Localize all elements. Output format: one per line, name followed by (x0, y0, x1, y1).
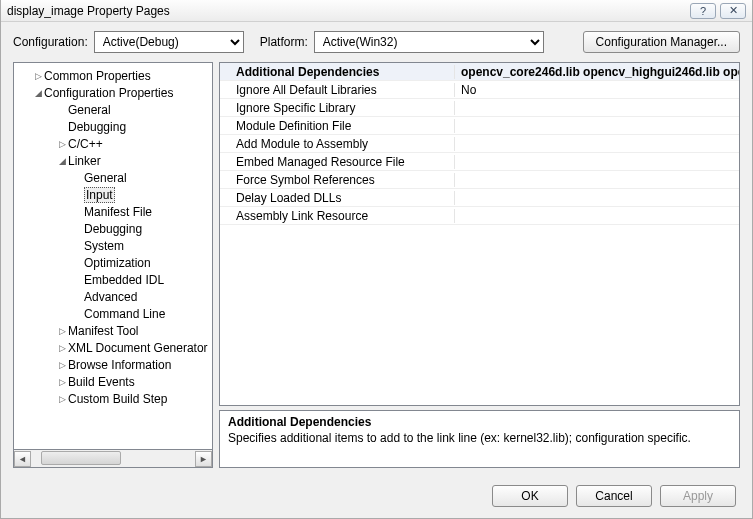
tree-item[interactable]: General (14, 101, 212, 118)
property-value[interactable]: opencv_core246d.lib opencv_highgui246d.l… (455, 65, 739, 79)
tree-item-label: Command Line (84, 307, 165, 321)
property-row[interactable]: Force Symbol References (220, 171, 739, 189)
apply-button[interactable]: Apply (660, 485, 736, 507)
expand-icon[interactable]: ▷ (56, 377, 68, 387)
description-panel: Additional Dependencies Specifies additi… (219, 410, 740, 468)
property-value[interactable]: No (455, 83, 739, 97)
property-grid[interactable]: Additional Dependenciesopencv_core246d.l… (219, 62, 740, 406)
expand-icon[interactable]: ◢ (56, 156, 68, 166)
tree-item[interactable]: ▷C/C++ (14, 135, 212, 152)
window-title: display_image Property Pages (7, 4, 170, 18)
scroll-track[interactable] (31, 451, 195, 467)
tree-item-label: Browse Information (68, 358, 171, 372)
property-row[interactable]: Ignore Specific Library (220, 99, 739, 117)
property-row[interactable]: Ignore All Default LibrariesNo (220, 81, 739, 99)
tree-item-label: Optimization (84, 256, 151, 270)
tree-item-label: Advanced (84, 290, 137, 304)
tree-item[interactable]: General (14, 169, 212, 186)
tree-hscrollbar[interactable]: ◄ ► (13, 450, 213, 468)
scroll-left-button[interactable]: ◄ (14, 451, 31, 467)
titlebar: display_image Property Pages ? ✕ (1, 0, 752, 22)
tree-item[interactable]: ▷Build Events (14, 373, 212, 390)
description-title: Additional Dependencies (228, 415, 731, 429)
tree-item[interactable]: Debugging (14, 220, 212, 237)
tree-item-label: Manifest File (84, 205, 152, 219)
tree-item[interactable]: ▷Common Properties (14, 67, 212, 84)
property-row[interactable]: Additional Dependenciesopencv_core246d.l… (220, 63, 739, 81)
property-name: Delay Loaded DLLs (220, 191, 455, 205)
chevron-left-icon: ◄ (18, 454, 27, 464)
help-icon: ? (700, 5, 706, 17)
property-row[interactable]: Add Module to Assembly (220, 135, 739, 153)
chevron-right-icon: ► (199, 454, 208, 464)
tree-item[interactable]: Manifest File (14, 203, 212, 220)
scroll-right-button[interactable]: ► (195, 451, 212, 467)
dialog-window: display_image Property Pages ? ✕ Configu… (0, 0, 753, 519)
configuration-select[interactable]: Active(Debug) (94, 31, 244, 53)
tree-item-label: System (84, 239, 124, 253)
expand-icon[interactable]: ▷ (56, 394, 68, 404)
expand-icon[interactable]: ◢ (32, 88, 44, 98)
expand-icon[interactable]: ▷ (56, 343, 68, 353)
tree-item[interactable]: ▷XML Document Generator (14, 339, 212, 356)
body: ▷Common Properties◢Configuration Propert… (1, 62, 752, 474)
nav-tree[interactable]: ▷Common Properties◢Configuration Propert… (13, 62, 213, 450)
property-name: Embed Managed Resource File (220, 155, 455, 169)
property-row[interactable]: Delay Loaded DLLs (220, 189, 739, 207)
property-row[interactable]: Embed Managed Resource File (220, 153, 739, 171)
footer: OK Cancel Apply (1, 474, 752, 518)
platform-select[interactable]: Active(Win32) (314, 31, 544, 53)
expand-icon[interactable]: ▷ (56, 326, 68, 336)
tree-item[interactable]: Debugging (14, 118, 212, 135)
tree-item[interactable]: Advanced (14, 288, 212, 305)
property-name: Module Definition File (220, 119, 455, 133)
cancel-button[interactable]: Cancel (576, 485, 652, 507)
expand-icon[interactable]: ▷ (56, 139, 68, 149)
tree-item[interactable]: Input (14, 186, 212, 203)
property-name: Ignore All Default Libraries (220, 83, 455, 97)
tree-item-label: Embedded IDL (84, 273, 164, 287)
tree-item[interactable]: ▷Manifest Tool (14, 322, 212, 339)
help-button[interactable]: ? (690, 3, 716, 19)
tree-item[interactable]: System (14, 237, 212, 254)
ok-button[interactable]: OK (492, 485, 568, 507)
property-row[interactable]: Module Definition File (220, 117, 739, 135)
close-icon: ✕ (729, 4, 738, 17)
property-row[interactable]: Assembly Link Resource (220, 207, 739, 225)
tree-item-label: Manifest Tool (68, 324, 138, 338)
tree-item[interactable]: Embedded IDL (14, 271, 212, 288)
tree-item-label: Debugging (68, 120, 126, 134)
description-text: Specifies additional items to add to the… (228, 431, 731, 445)
tree-item-label: General (68, 103, 111, 117)
platform-label: Platform: (260, 35, 308, 49)
tree-item[interactable]: Command Line (14, 305, 212, 322)
right-panel: Additional Dependenciesopencv_core246d.l… (219, 62, 740, 468)
property-name: Ignore Specific Library (220, 101, 455, 115)
titlebar-buttons: ? ✕ (690, 3, 746, 19)
close-button[interactable]: ✕ (720, 3, 746, 19)
tree-item[interactable]: ◢Configuration Properties (14, 84, 212, 101)
tree-item-label: Build Events (68, 375, 135, 389)
tree-panel: ▷Common Properties◢Configuration Propert… (13, 62, 213, 468)
property-name: Assembly Link Resource (220, 209, 455, 223)
tree-item[interactable]: ◢Linker (14, 152, 212, 169)
property-name: Force Symbol References (220, 173, 455, 187)
expand-icon[interactable]: ▷ (56, 360, 68, 370)
scroll-thumb[interactable] (41, 451, 121, 465)
tree-item[interactable]: ▷Browse Information (14, 356, 212, 373)
tree-item-label: Common Properties (44, 69, 151, 83)
tree-item-label: General (84, 171, 127, 185)
tree-item[interactable]: Optimization (14, 254, 212, 271)
tree-item-label: Linker (68, 154, 101, 168)
tree-item[interactable]: ▷Custom Build Step (14, 390, 212, 407)
configuration-label: Configuration: (13, 35, 88, 49)
tree-item-label: XML Document Generator (68, 341, 208, 355)
config-bar: Configuration: Active(Debug) Platform: A… (1, 22, 752, 62)
configuration-manager-button[interactable]: Configuration Manager... (583, 31, 740, 53)
property-name: Add Module to Assembly (220, 137, 455, 151)
property-name: Additional Dependencies (220, 65, 455, 79)
tree-item-label: Custom Build Step (68, 392, 167, 406)
tree-item-label: Debugging (84, 222, 142, 236)
tree-item-label: Input (84, 187, 115, 203)
expand-icon[interactable]: ▷ (32, 71, 44, 81)
